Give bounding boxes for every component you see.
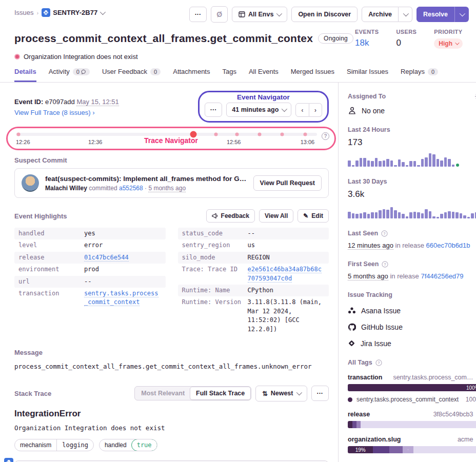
edit-button[interactable]: ✎ Edit [298,209,329,223]
chart-bar [429,153,432,167]
tab-label: Tags [222,68,236,75]
highlight-value-link[interactable]: e2e561c46ba34a87b68c707593047c0d [248,266,322,282]
breadcrumb-project-label: SENTRY-2B77 [53,9,97,16]
tab-badge: 0 [150,68,161,75]
first-seen-release-link[interactable]: 7f446256ed79 [421,272,463,280]
chevron-down-icon [455,41,459,45]
highlight-row: release01c47bc6e544 [14,252,166,264]
stat-value: 0 [396,38,417,48]
tab-badge: 0 [428,68,438,75]
last-seen-release-link[interactable]: 660ec70b6d1b [426,242,470,249]
highlight-row: transactionsentry.tasks.process_commit_c… [14,288,166,309]
event-nav-more-button[interactable]: ··· [205,103,223,117]
all-tags-heading: All Tags [348,359,372,366]
chart-bar [437,217,440,218]
tab-all-events[interactable]: All Events [249,68,279,82]
assigned-to-heading: Assigned To [348,93,386,100]
tag-header[interactable]: transactionsentry.tasks.process_com… [348,374,476,381]
tab-user-feedback[interactable]: User Feedback0 [102,68,161,82]
suspect-commit-heading: Suspect Commit [14,156,329,164]
view-pull-request-button[interactable]: View Pull Request [253,175,322,191]
tab-label: Similar Issues [347,68,388,75]
resolve-button[interactable]: Resolve [417,7,454,22]
highlight-key: sentry_region [182,241,248,250]
tab-label: Details [14,68,36,75]
trace-event-dot[interactable] [235,133,239,136]
highlights-table-left: handledyeslevelerrorrelease01c47bc6e544e… [14,228,166,335]
exception-value: Organization Integration does not exist [14,424,329,432]
view-full-trace-link[interactable]: View Full Trace (8 issues) › [14,109,95,116]
next-event-button[interactable]: › [309,103,322,117]
assignee-selector[interactable]: No one [348,106,476,115]
priority-value: High [434,38,463,49]
toggle-full-stack-trace[interactable]: Full Stack Trace [190,387,251,400]
help-icon[interactable]: ? [322,132,329,140]
chart-bar [402,162,405,167]
tracking-item-github: GitHub Issue+ [348,323,476,331]
resolve-dropdown-button[interactable] [454,7,469,22]
chart-bar [348,160,351,167]
tab-details[interactable]: Details [14,68,36,82]
tag-distribution-bar[interactable]: 19% [348,446,476,453]
question-icon[interactable]: ? [375,359,382,366]
environment-filter-button[interactable]: All Envs [232,7,287,22]
highlight-value: prod [84,265,162,274]
open-in-discover-button[interactable]: Open in Discover [291,7,358,22]
event-nav-dropdown[interactable]: 41 minutes ago [226,103,291,117]
view-all-button[interactable]: View All [259,209,293,223]
project-selector[interactable]: SENTRY-2B77 [42,8,104,17]
trace-event-dot[interactable] [281,133,284,136]
priority-badge[interactable]: High [434,38,463,49]
breadcrumb-issues-link[interactable]: Issues [14,9,34,16]
tag-header[interactable]: organization.slugacme [348,436,476,443]
trace-event-dot[interactable] [303,133,307,136]
previous-event-button[interactable]: ‹ [295,103,309,117]
gear-icon[interactable] [474,93,476,100]
tab-tags[interactable]: Tags [222,68,236,82]
trace-event-dot[interactable] [258,133,262,136]
highlight-value-link[interactable]: sentry.tasks.process_commit_context [84,290,158,306]
highlight-value: -- [248,229,325,238]
tab-similar-issues[interactable]: Similar Issues [347,68,388,82]
chart-bar [363,212,366,218]
highlight-value-link[interactable]: 01c47bc6e544 [84,254,129,262]
toggle-most-relevant[interactable]: Most Relevant [135,387,190,399]
chart-bar [383,160,386,167]
chevron-down-icon [276,11,282,16]
bell-off-icon: Ø [216,10,222,18]
tab-merged-issues[interactable]: Merged Issues [291,68,334,82]
stack-more-button[interactable]: ··· [311,386,329,401]
trace-event-dot[interactable] [214,133,218,136]
tag-breakdown-row[interactable]: sentry.tasks.process_commit_context100% [348,396,476,403]
stat-value[interactable]: 18k [355,38,379,48]
issue-title: process_commit_context_all_frames.get_co… [14,32,313,45]
mute-button[interactable]: Ø [211,6,228,23]
error-level-icon [14,54,20,59]
archive-dropdown-button[interactable] [399,7,412,22]
archive-button[interactable]: Archive [362,7,399,22]
chart-bar [386,159,389,167]
feedback-button[interactable]: Feedback [206,209,255,223]
jira-icon [348,339,355,347]
trace-event-dot[interactable] [16,133,20,136]
tab-attachments[interactable]: Attachments [173,68,210,82]
tab-activity[interactable]: Activity0 [49,68,90,82]
highlight-key: silo_mode [182,253,248,262]
header-actions: ··· Ø All Envs Open in Discover Archive … [189,6,469,23]
question-icon[interactable]: ? [382,261,388,268]
event-highlights-heading: Event Highlights [14,212,67,220]
issue-title-row: process_commit_context_all_frames.get_co… [14,28,353,49]
tag-distribution-bar[interactable] [348,421,476,428]
highlight-value: 01c47bc6e544 [84,253,162,262]
commit-sha-link[interactable]: a552568 [119,185,143,192]
tag-distribution-bar[interactable]: 100% [348,384,476,391]
more-actions-button[interactable]: ··· [189,7,207,22]
question-icon[interactable]: ? [381,230,388,237]
trace-timeline[interactable] [16,133,317,136]
tag-name: transaction [348,374,382,381]
breadcrumb: Issues › SENTRY-2B77 [14,6,104,17]
tab-replays[interactable]: Replays0 [401,68,438,82]
highlight-value: sentry.tasks.process_commit_context [84,289,162,307]
tag-header[interactable]: release3f8c5c49bcb3 [348,411,476,418]
sort-dropdown[interactable]: ⇅ Newest [255,386,307,401]
